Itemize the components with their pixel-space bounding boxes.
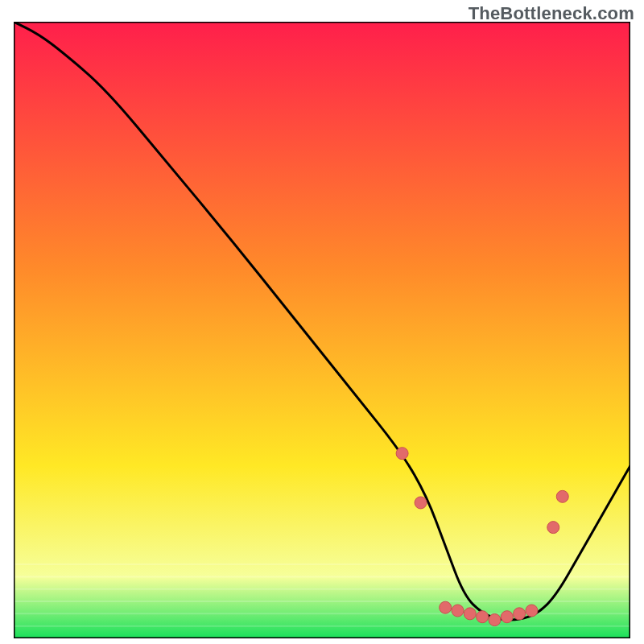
marker-dot	[477, 611, 489, 623]
marker-dot	[396, 448, 408, 460]
marker-dot	[440, 601, 452, 613]
marker-dot	[514, 608, 526, 620]
marker-dot	[501, 611, 513, 623]
plot-area	[14, 22, 630, 638]
chart-svg	[14, 22, 630, 638]
marker-dot	[489, 614, 501, 626]
chart-stage: TheBottleneck.com	[0, 0, 644, 644]
marker-dot	[415, 497, 427, 509]
gradient-background	[14, 22, 630, 638]
marker-dot	[526, 605, 538, 617]
marker-dot	[452, 605, 464, 617]
marker-dot	[464, 608, 476, 620]
marker-dot	[547, 522, 559, 534]
marker-dot	[556, 490, 568, 502]
